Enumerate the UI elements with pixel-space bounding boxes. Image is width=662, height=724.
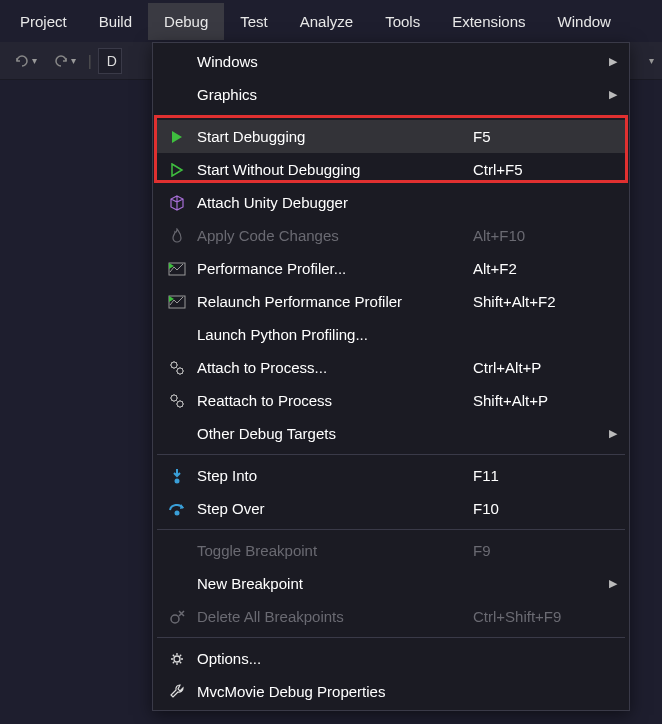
- submenu-arrow-icon: ▶: [603, 577, 617, 590]
- svg-point-8: [171, 615, 179, 623]
- chevron-down-icon: ▾: [71, 55, 76, 66]
- step-over-icon: [165, 502, 189, 516]
- menu-item-shortcut: Alt+F10: [473, 227, 603, 244]
- menu-item-start-debugging[interactable]: Start DebuggingF5: [155, 120, 627, 153]
- menu-item-label: Step Over: [189, 500, 473, 517]
- submenu-arrow-icon: ▶: [603, 88, 617, 101]
- submenu-arrow-icon: ▶: [603, 427, 617, 440]
- menu-separator: [157, 637, 625, 638]
- play-green-outline-icon: [165, 163, 189, 177]
- menu-item-label: Relaunch Performance Profiler: [189, 293, 473, 310]
- menu-item-shortcut: F5: [473, 128, 603, 145]
- menu-item-label: Start Debugging: [189, 128, 473, 145]
- debug-menu: Windows▶Graphics▶Start DebuggingF5Start …: [152, 42, 630, 711]
- menu-separator: [157, 454, 625, 455]
- perf-green-icon: [165, 295, 189, 309]
- menubar-debug[interactable]: Debug: [148, 3, 224, 40]
- menu-item-label: Start Without Debugging: [189, 161, 473, 178]
- menu-item-shortcut: Shift+Alt+F2: [473, 293, 603, 310]
- menu-item-label: Other Debug Targets: [189, 425, 473, 442]
- menu-item-label: Windows: [189, 53, 473, 70]
- menu-item-shortcut: F10: [473, 500, 603, 517]
- menu-item-toggle-breakpoint: Toggle BreakpointF9: [155, 534, 627, 567]
- chevron-down-icon[interactable]: ▾: [649, 55, 654, 66]
- menu-item-performance-profiler[interactable]: Performance Profiler...Alt+F2: [155, 252, 627, 285]
- svg-point-6: [175, 478, 180, 483]
- config-label: D: [107, 53, 117, 69]
- menu-item-start-without-debugging[interactable]: Start Without DebuggingCtrl+F5: [155, 153, 627, 186]
- menu-item-shortcut: F11: [473, 467, 603, 484]
- wrench-icon: [165, 684, 189, 700]
- gear-grey-icon: [165, 393, 189, 409]
- menubar-build[interactable]: Build: [83, 3, 148, 40]
- menu-item-label: Performance Profiler...: [189, 260, 473, 277]
- menu-item-reattach-to-process[interactable]: Reattach to ProcessShift+Alt+P: [155, 384, 627, 417]
- menu-item-other-debug-targets[interactable]: Other Debug Targets▶: [155, 417, 627, 450]
- menu-item-shortcut: Ctrl+Shift+F9: [473, 608, 603, 625]
- menu-item-launch-python-profiling[interactable]: Launch Python Profiling...: [155, 318, 627, 351]
- menu-item-shortcut: Shift+Alt+P: [473, 392, 603, 409]
- svg-point-7: [175, 510, 180, 515]
- menu-item-apply-code-changes: Apply Code ChangesAlt+F10: [155, 219, 627, 252]
- play-green-fill-icon: [165, 130, 189, 144]
- menubar-tools[interactable]: Tools: [369, 3, 436, 40]
- menu-item-delete-all-breakpoints: Delete All BreakpointsCtrl+Shift+F9: [155, 600, 627, 633]
- menu-item-mvcmovie-debug-properties[interactable]: MvcMovie Debug Properties: [155, 675, 627, 708]
- menu-item-attach-unity-debugger[interactable]: Attach Unity Debugger: [155, 186, 627, 219]
- menu-item-shortcut: Ctrl+Alt+P: [473, 359, 603, 376]
- menu-item-windows[interactable]: Windows▶: [155, 45, 627, 78]
- menu-separator: [157, 115, 625, 116]
- gear-grey-icon: [165, 360, 189, 376]
- menu-item-shortcut: Alt+F2: [473, 260, 603, 277]
- menubar-window[interactable]: Window: [542, 3, 627, 40]
- menu-item-shortcut: Ctrl+F5: [473, 161, 603, 178]
- menu-item-label: Options...: [189, 650, 473, 667]
- menubar-analyze[interactable]: Analyze: [284, 3, 369, 40]
- submenu-arrow-icon: ▶: [603, 55, 617, 68]
- menu-item-label: Reattach to Process: [189, 392, 473, 409]
- menu-item-label: Attach to Process...: [189, 359, 473, 376]
- bp-delete-grey-icon: [165, 609, 189, 625]
- menubar: Project Build Debug Test Analyze Tools E…: [0, 0, 662, 42]
- menu-item-shortcut: F9: [473, 542, 603, 559]
- menu-item-step-over[interactable]: Step OverF10: [155, 492, 627, 525]
- menu-item-step-into[interactable]: Step IntoF11: [155, 459, 627, 492]
- menu-item-label: Launch Python Profiling...: [189, 326, 473, 343]
- menu-separator: [157, 529, 625, 530]
- cube-purple-icon: [165, 195, 189, 211]
- redo-button[interactable]: ▾: [47, 49, 82, 73]
- menu-item-label: Toggle Breakpoint: [189, 542, 473, 559]
- menu-item-options[interactable]: Options...: [155, 642, 627, 675]
- menu-item-label: Attach Unity Debugger: [189, 194, 473, 211]
- menu-item-label: Graphics: [189, 86, 473, 103]
- chevron-down-icon: ▾: [32, 55, 37, 66]
- menu-item-new-breakpoint[interactable]: New Breakpoint▶: [155, 567, 627, 600]
- menu-item-relaunch-performance-profiler[interactable]: Relaunch Performance ProfilerShift+Alt+F…: [155, 285, 627, 318]
- menubar-project[interactable]: Project: [4, 3, 83, 40]
- menu-item-label: Delete All Breakpoints: [189, 608, 473, 625]
- menu-item-label: New Breakpoint: [189, 575, 473, 592]
- options-gear-icon: [165, 651, 189, 667]
- config-dropdown[interactable]: D: [98, 48, 122, 74]
- step-into-icon: [165, 468, 189, 484]
- toolbar-separator: |: [88, 53, 92, 69]
- menu-item-graphics[interactable]: Graphics▶: [155, 78, 627, 111]
- menubar-extensions[interactable]: Extensions: [436, 3, 541, 40]
- menu-item-label: Step Into: [189, 467, 473, 484]
- menu-item-attach-to-process[interactable]: Attach to Process...Ctrl+Alt+P: [155, 351, 627, 384]
- menu-item-label: MvcMovie Debug Properties: [189, 683, 473, 700]
- flame-grey-icon: [165, 228, 189, 244]
- menu-item-label: Apply Code Changes: [189, 227, 473, 244]
- undo-button[interactable]: ▾: [8, 49, 43, 73]
- perf-green-icon: [165, 262, 189, 276]
- svg-point-9: [174, 656, 180, 662]
- menubar-test[interactable]: Test: [224, 3, 284, 40]
